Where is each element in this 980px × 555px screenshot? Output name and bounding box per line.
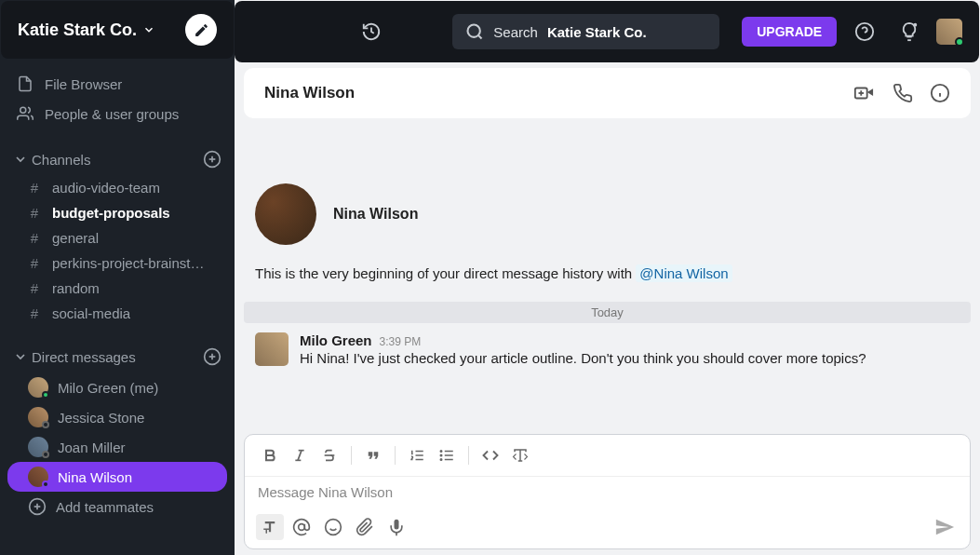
channels-section-header[interactable]: Channels (0, 143, 235, 175)
avatar (28, 437, 48, 457)
toolbar-divider (468, 446, 469, 465)
workspace-header: Katie Stark Co. (1, 1, 234, 59)
status-away-icon (42, 421, 49, 428)
info-icon[interactable] (930, 83, 950, 103)
format-toggle-button[interactable] (256, 514, 284, 540)
nav-people-groups[interactable]: People & user groups (0, 99, 235, 129)
dm-label: Nina Wilson (58, 469, 132, 485)
quote-button[interactable] (359, 442, 387, 468)
help-button[interactable] (848, 15, 881, 48)
lightbulb-icon (899, 21, 920, 42)
compose-button[interactable] (185, 14, 217, 46)
hash-icon: # (26, 305, 43, 321)
status-online-icon (42, 391, 49, 399)
channels-label: Channels (32, 152, 90, 168)
italic-icon (292, 448, 307, 463)
dm-label: Direct messages (32, 349, 136, 365)
workspace-name: Katie Stark Co. (18, 20, 137, 40)
user-avatar[interactable] (936, 19, 962, 45)
chat-actions (852, 83, 950, 103)
people-groups-label: People & user groups (45, 106, 179, 122)
user-mention[interactable]: @Nina Wilson (636, 264, 732, 282)
send-button[interactable] (931, 513, 959, 541)
channel-label: social-media (52, 305, 130, 321)
dm-nina-wilson[interactable]: Nina Wilson (7, 462, 227, 492)
workspace-switcher[interactable]: Katie Stark Co. (18, 20, 155, 40)
svg-point-33 (440, 459, 442, 461)
message-avatar[interactable] (255, 332, 289, 366)
message: Milo Green 3:39 PM Hi Nina! I've just ch… (235, 323, 980, 370)
video-add-icon[interactable] (852, 83, 876, 103)
chevron-down-icon (142, 23, 155, 36)
nav-file-browser[interactable]: File Browser (0, 69, 235, 99)
code-block-icon (512, 447, 529, 464)
dm-milo-green[interactable]: Milo Green (me) (7, 372, 227, 402)
toolbar-divider (395, 446, 396, 465)
status-away-icon (42, 481, 49, 488)
hash-icon: # (26, 255, 43, 271)
avatar (28, 467, 48, 487)
channel-label: random (52, 280, 100, 296)
channel-label: general (52, 230, 99, 246)
text-format-icon (262, 519, 278, 535)
whats-new-button[interactable] (893, 15, 926, 48)
hash-icon: # (26, 280, 43, 296)
channel-budget-proposals[interactable]: #budget-proposals (0, 200, 235, 225)
svg-point-0 (20, 107, 26, 113)
plus-circle-icon[interactable] (203, 347, 222, 366)
strikethrough-icon (322, 448, 337, 463)
add-teammates[interactable]: Add teammates (7, 492, 227, 521)
svg-point-32 (440, 454, 442, 456)
code-button[interactable] (477, 442, 504, 468)
bullet-list-button[interactable] (433, 442, 461, 468)
svg-point-36 (299, 524, 305, 531)
channel-social-media[interactable]: #social-media (0, 301, 235, 326)
history-icon (361, 21, 382, 42)
at-icon (292, 518, 311, 536)
mention-button[interactable] (288, 514, 315, 540)
emoji-button[interactable] (319, 514, 347, 540)
phone-icon[interactable] (893, 83, 913, 103)
top-bar: Search Katie Stark Co. UPGRADE (235, 1, 979, 62)
emoji-icon (324, 518, 342, 536)
message-author[interactable]: Milo Green (300, 332, 372, 348)
file-browser-label: File Browser (45, 76, 122, 92)
search-icon (465, 22, 484, 41)
ordered-list-button[interactable] (403, 442, 431, 468)
attach-button[interactable] (351, 514, 379, 540)
strike-button[interactable] (315, 442, 343, 468)
intro-text: This is the very beginning of your direc… (255, 265, 960, 281)
dm-section-header[interactable]: Direct messages (0, 341, 235, 372)
dm-joan-miller[interactable]: Joan Miller (7, 432, 227, 462)
send-icon (934, 517, 955, 537)
avatar (28, 407, 48, 427)
dm-label: Milo Green (me) (58, 380, 158, 396)
bold-button[interactable] (256, 442, 284, 468)
chat-header: Nina Wilson (244, 68, 971, 118)
code-block-button[interactable] (506, 442, 534, 468)
people-icon (17, 105, 34, 122)
composer (244, 434, 971, 549)
plus-circle-icon[interactable] (203, 150, 222, 169)
channel-label: audio-video-team (52, 180, 160, 196)
channel-audio-video-team[interactable]: #audio-video-team (0, 175, 235, 200)
chat-body: Nina Wilson This is the very beginning o… (235, 118, 980, 423)
dm-label: Jessica Stone (58, 410, 144, 426)
channel-random[interactable]: #random (0, 276, 235, 301)
channel-general[interactable]: #general (0, 225, 235, 250)
upgrade-button[interactable]: UPGRADE (742, 17, 837, 47)
conversation-intro: Nina Wilson This is the very beginning o… (235, 118, 980, 302)
mic-button[interactable] (383, 514, 410, 540)
dm-jessica-stone[interactable]: Jessica Stone (7, 402, 227, 432)
add-teammates-label: Add teammates (56, 499, 154, 515)
intro-avatar[interactable] (255, 183, 316, 245)
history-button[interactable] (355, 15, 388, 48)
channel-perkins-project[interactable]: #perkins-project-brainstor… (0, 250, 235, 276)
paperclip-icon (356, 518, 374, 536)
message-input[interactable] (245, 477, 970, 508)
message-text: Hi Nina! I've just checked your article … (300, 350, 960, 366)
search-box[interactable]: Search Katie Stark Co. (452, 14, 719, 49)
svg-point-10 (468, 25, 480, 37)
italic-button[interactable] (286, 442, 314, 468)
chat-title[interactable]: Nina Wilson (264, 84, 355, 102)
